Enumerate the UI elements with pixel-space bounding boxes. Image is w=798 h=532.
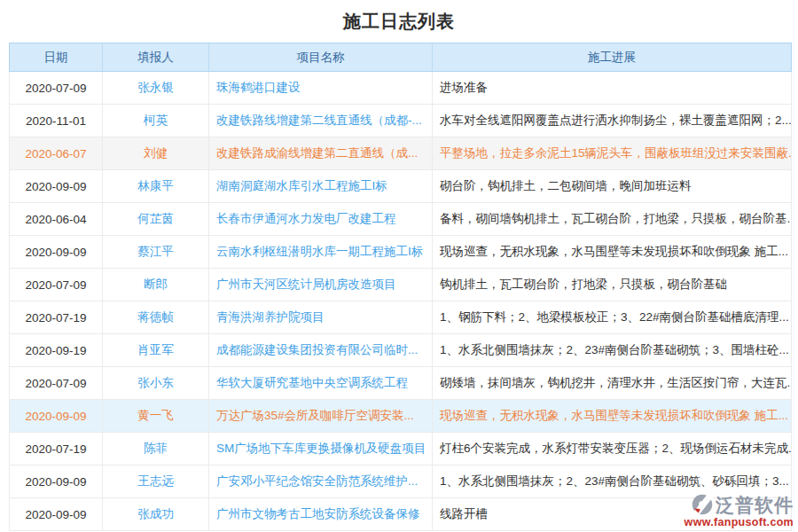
date-cell: 2020-06-07 bbox=[10, 137, 103, 169]
date-cell: 2020-07-09 bbox=[10, 269, 103, 301]
date-cell: 2020-09-09 bbox=[10, 498, 103, 530]
project-link[interactable]: 广州市天河区统计局机房改造项目 bbox=[209, 269, 433, 301]
date-cell: 2020-06-04 bbox=[10, 203, 103, 235]
table-header-row: 日期 填报人 项目名称 施工进展 bbox=[9, 43, 792, 72]
reporter-link[interactable]: 断郎 bbox=[103, 269, 209, 301]
reporter-link[interactable]: 张成功 bbox=[103, 498, 209, 530]
table-row: 2020-06-04何芷茵长春市伊通河水力发电厂改建工程备料，砌间墙钩机排土，瓦… bbox=[9, 203, 792, 236]
reporter-link[interactable]: 黄一飞 bbox=[103, 400, 209, 432]
project-link[interactable]: 华软大厦研究基地中央空调系统工程 bbox=[209, 367, 433, 399]
table-row: 2020-07-09断郎广州市天河区统计局机房改造项目钩机排土，瓦工砌台阶，打地… bbox=[9, 269, 792, 301]
project-link[interactable]: 万达广场35#会所及咖啡厅空调安装... bbox=[209, 400, 433, 432]
progress-cell: 钩机排土，瓦工砌台阶，打地梁，只摸板，砌台阶基础 bbox=[433, 269, 791, 301]
progress-cell: 进场准备 bbox=[433, 72, 791, 104]
project-link[interactable]: 改建铁路成渝线增建第二直通线（成... bbox=[209, 137, 433, 169]
table-row: 2020-07-19蒋德帧青海洪湖养护院项目1、钢筋下料；2、地梁模板校正；3、… bbox=[9, 301, 792, 334]
vendor-watermark: 泛普软件 www.fanpusoft.com bbox=[677, 493, 794, 529]
project-link[interactable]: 改建铁路线增建第二线直通线（成都-... bbox=[209, 105, 433, 137]
project-link[interactable]: 珠海鹤港口建设 bbox=[209, 72, 433, 104]
table-row: 2020-09-09王志远广安邓小平纪念馆安全防范系统维护...1、水系北侧围墙… bbox=[9, 466, 792, 498]
fanpu-logo-icon bbox=[691, 493, 714, 516]
table-row: 2020-09-19肖亚军成都能源建设集团投资有限公司临时...1、水系北侧围墙… bbox=[9, 334, 792, 367]
progress-cell: 1、钢筋下料；2、地梁模板校正；3、22#南侧台阶基础槽底清理... bbox=[433, 301, 791, 333]
reporter-link[interactable]: 陈菲 bbox=[103, 433, 209, 465]
date-cell: 2020-07-19 bbox=[10, 301, 103, 333]
vendor-url: www.fanpusoft.com bbox=[677, 516, 794, 529]
table-row: 2020-09-09蔡江平云南水利枢纽潜明水库一期工程施工I标现场巡查，无积水现… bbox=[9, 236, 792, 269]
construction-log-page: 施工日志列表 日期 填报人 项目名称 施工进展 2020-07-09张永银珠海鹤… bbox=[0, 0, 798, 532]
date-cell: 2020-09-09 bbox=[10, 236, 103, 268]
progress-cell: 砌矮墙，抹间墙灰，钩机挖井，清理水井，生活区按门帘，大连瓦... bbox=[433, 367, 791, 399]
project-link[interactable]: 青海洪湖养护院项目 bbox=[209, 301, 433, 333]
project-link[interactable]: 广州市文物考古工地安防系统设备保修 bbox=[209, 498, 433, 530]
progress-cell: 1、水系北侧围墙抹灰；2、23#南侧台阶基础砌筑；3、围墙柱砼... bbox=[433, 334, 791, 366]
header-progress: 施工进展 bbox=[433, 43, 791, 71]
reporter-link[interactable]: 张永银 bbox=[103, 72, 209, 104]
progress-cell: 现场巡查，无积水现象，水马围壁等未发现损坏和吹倒现象 施工... bbox=[433, 236, 791, 268]
project-link[interactable]: 广安邓小平纪念馆安全防范系统维护... bbox=[209, 466, 433, 497]
date-cell: 2020-09-09 bbox=[10, 170, 103, 202]
date-cell: 2020-09-09 bbox=[10, 400, 103, 432]
project-link[interactable]: SM广场地下车库更换摄像机及硬盘项目 bbox=[209, 433, 433, 465]
project-link[interactable]: 湖南洞庭湖水库引水工程施工I标 bbox=[209, 170, 433, 202]
progress-cell: 备料，砌间墙钩机排土，瓦工砌台阶，打地梁，只摸板，砌台阶基... bbox=[433, 203, 791, 235]
reporter-link[interactable]: 张小东 bbox=[103, 367, 209, 399]
date-cell: 2020-07-19 bbox=[10, 433, 103, 465]
construction-log-table: 日期 填报人 项目名称 施工进展 2020-07-09张永银珠海鹤港口建设进场准… bbox=[9, 43, 792, 531]
reporter-link[interactable]: 蒋德帧 bbox=[103, 301, 209, 333]
project-link[interactable]: 成都能源建设集团投资有限公司临时... bbox=[209, 334, 433, 366]
header-reporter: 填报人 bbox=[103, 43, 209, 71]
vendor-name: 泛普软件 bbox=[716, 496, 794, 514]
reporter-link[interactable]: 林康平 bbox=[103, 170, 209, 202]
reporter-link[interactable]: 蔡江平 bbox=[103, 236, 209, 268]
table-row: 2020-11-01柯英改建铁路线增建第二线直通线（成都-...水车对全线遮阳网… bbox=[9, 105, 792, 137]
progress-cell: 砌台阶，钩机排土，二包砌间墙，晚间加班运料 bbox=[433, 170, 791, 202]
table-body: 2020-07-09张永银珠海鹤港口建设进场准备2020-11-01柯英改建铁路… bbox=[9, 72, 792, 531]
table-row: 2020-09-09张成功广州市文物考古工地安防系统设备保修线路开槽 bbox=[9, 498, 792, 531]
progress-cell: 平整场地，拉走多余泥土15辆泥头车，围蔽板班组没过来安装围蔽... bbox=[433, 137, 791, 169]
date-cell: 2020-07-09 bbox=[10, 72, 103, 104]
header-project: 项目名称 bbox=[209, 43, 433, 71]
reporter-link[interactable]: 肖亚军 bbox=[103, 334, 209, 366]
date-cell: 2020-07-09 bbox=[10, 367, 103, 399]
date-cell: 2020-11-01 bbox=[10, 105, 103, 137]
table-row: 2020-06-07刘健改建铁路成渝线增建第二直通线（成...平整场地，拉走多余… bbox=[9, 137, 792, 170]
reporter-link[interactable]: 王志远 bbox=[103, 466, 209, 497]
header-date: 日期 bbox=[10, 43, 103, 71]
table-row: 2020-07-19陈菲SM广场地下车库更换摄像机及硬盘项目灯柱6个安装完成，水… bbox=[9, 433, 792, 466]
progress-cell: 水车对全线遮阳网覆盖点进行洒水抑制扬尘，裸土覆盖遮阳网；2... bbox=[433, 105, 791, 137]
table-row: 2020-09-09黄一飞万达广场35#会所及咖啡厅空调安装...现场巡查，无积… bbox=[9, 400, 792, 433]
reporter-link[interactable]: 柯英 bbox=[103, 105, 209, 137]
project-link[interactable]: 长春市伊通河水力发电厂改建工程 bbox=[209, 203, 433, 235]
date-cell: 2020-09-09 bbox=[10, 466, 103, 497]
reporter-link[interactable]: 刘健 bbox=[103, 137, 209, 169]
progress-cell: 现场巡查，无积水现象，水马围壁等未发现损坏和吹倒现象 施工... bbox=[433, 400, 791, 432]
table-row: 2020-07-09张永银珠海鹤港口建设进场准备 bbox=[9, 72, 792, 105]
page-title: 施工日志列表 bbox=[0, 0, 798, 43]
table-row: 2020-09-09林康平湖南洞庭湖水库引水工程施工I标砌台阶，钩机排土，二包砌… bbox=[9, 170, 792, 203]
progress-cell: 灯柱6个安装完成，水系灯带安装变压器；2、现场倒运石材未完成... bbox=[433, 433, 791, 465]
date-cell: 2020-09-19 bbox=[10, 334, 103, 366]
table-row: 2020-07-09张小东华软大厦研究基地中央空调系统工程砌矮墙，抹间墙灰，钩机… bbox=[9, 367, 792, 400]
project-link[interactable]: 云南水利枢纽潜明水库一期工程施工I标 bbox=[209, 236, 433, 268]
reporter-link[interactable]: 何芷茵 bbox=[103, 203, 209, 235]
